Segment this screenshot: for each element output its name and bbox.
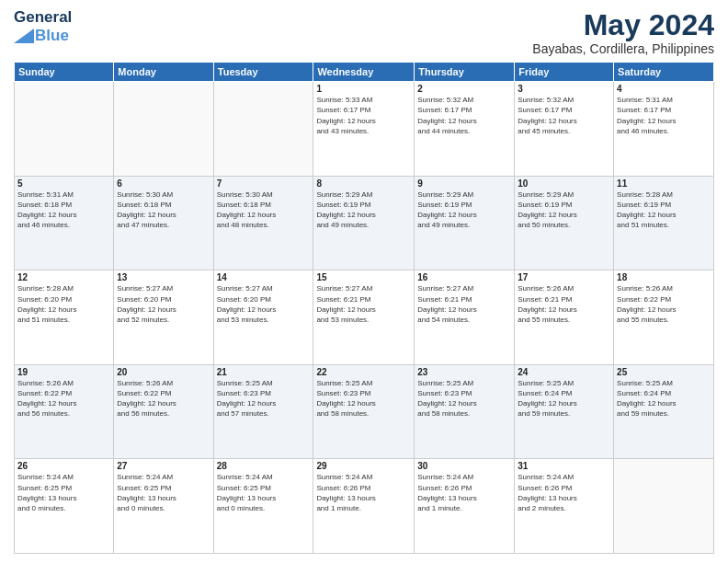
day-info: Sunrise: 5:31 AM Sunset: 6:17 PM Dayligh… — [617, 95, 711, 136]
day-info: Sunrise: 5:30 AM Sunset: 6:18 PM Dayligh… — [117, 190, 210, 231]
calendar-cell — [213, 82, 313, 177]
day-number: 28 — [217, 461, 311, 471]
day-number: 10 — [518, 178, 610, 189]
calendar-cell: 5Sunrise: 5:31 AM Sunset: 6:18 PM Daylig… — [15, 176, 114, 270]
day-number: 15 — [316, 272, 411, 282]
day-number: 1 — [316, 84, 411, 94]
weekday-header-thursday: Thursday — [415, 63, 515, 82]
weekday-header-monday: Monday — [114, 63, 213, 82]
day-info: Sunrise: 5:32 AM Sunset: 6:17 PM Dayligh… — [518, 95, 610, 136]
day-number: 30 — [417, 461, 511, 471]
calendar-cell: 28Sunrise: 5:24 AM Sunset: 6:25 PM Dayli… — [213, 459, 313, 554]
day-number: 18 — [617, 272, 711, 282]
day-number: 2 — [417, 84, 511, 94]
calendar-cell: 6Sunrise: 5:30 AM Sunset: 6:18 PM Daylig… — [114, 176, 213, 270]
calendar-cell: 3Sunrise: 5:32 AM Sunset: 6:17 PM Daylig… — [515, 82, 614, 177]
header: General General General Blue May 2024 — [14, 9, 714, 56]
day-info: Sunrise: 5:27 AM Sunset: 6:21 PM Dayligh… — [417, 283, 511, 325]
day-number: 6 — [117, 178, 210, 189]
day-info: Sunrise: 5:29 AM Sunset: 6:19 PM Dayligh… — [316, 190, 411, 231]
day-info: Sunrise: 5:32 AM Sunset: 6:17 PM Dayligh… — [417, 95, 511, 136]
day-number: 3 — [518, 84, 610, 94]
day-info: Sunrise: 5:25 AM Sunset: 6:23 PM Dayligh… — [316, 378, 411, 419]
logo-blue: Blue — [35, 27, 69, 45]
calendar-cell: 1Sunrise: 5:33 AM Sunset: 6:17 PM Daylig… — [313, 82, 415, 177]
calendar-cell: 12Sunrise: 5:28 AM Sunset: 6:20 PM Dayli… — [15, 270, 114, 365]
day-number: 25 — [617, 367, 711, 377]
calendar-cell: 23Sunrise: 5:25 AM Sunset: 6:23 PM Dayli… — [415, 364, 515, 459]
calendar-cell: 16Sunrise: 5:27 AM Sunset: 6:21 PM Dayli… — [415, 270, 515, 365]
calendar-cell: 24Sunrise: 5:25 AM Sunset: 6:24 PM Dayli… — [515, 364, 614, 459]
day-info: Sunrise: 5:25 AM Sunset: 6:24 PM Dayligh… — [617, 378, 711, 419]
calendar-cell: 11Sunrise: 5:28 AM Sunset: 6:19 PM Dayli… — [614, 176, 714, 270]
day-number: 17 — [518, 272, 610, 282]
day-info: Sunrise: 5:26 AM Sunset: 6:21 PM Dayligh… — [518, 283, 610, 325]
day-info: Sunrise: 5:31 AM Sunset: 6:18 PM Dayligh… — [17, 190, 110, 231]
day-number: 29 — [316, 461, 411, 471]
day-info: Sunrise: 5:26 AM Sunset: 6:22 PM Dayligh… — [17, 378, 110, 419]
title-area: May 2024 Bayabas, Cordillera, Philippine… — [532, 9, 714, 56]
day-info: Sunrise: 5:29 AM Sunset: 6:19 PM Dayligh… — [518, 190, 610, 231]
day-number: 22 — [316, 367, 411, 377]
logo-triangle-icon — [14, 29, 34, 43]
calendar-cell: 31Sunrise: 5:24 AM Sunset: 6:26 PM Dayli… — [515, 459, 614, 554]
calendar-cell: 15Sunrise: 5:27 AM Sunset: 6:21 PM Dayli… — [313, 270, 415, 365]
day-info: Sunrise: 5:27 AM Sunset: 6:20 PM Dayligh… — [217, 283, 311, 325]
day-number: 5 — [17, 178, 110, 189]
calendar-cell: 4Sunrise: 5:31 AM Sunset: 6:17 PM Daylig… — [614, 82, 714, 177]
calendar-cell: 2Sunrise: 5:32 AM Sunset: 6:17 PM Daylig… — [415, 82, 515, 177]
day-info: Sunrise: 5:27 AM Sunset: 6:20 PM Dayligh… — [117, 283, 210, 325]
weekday-header-tuesday: Tuesday — [213, 63, 313, 82]
weekday-header-wednesday: Wednesday — [313, 63, 415, 82]
calendar-cell: 21Sunrise: 5:25 AM Sunset: 6:23 PM Dayli… — [213, 364, 313, 459]
day-number: 31 — [518, 461, 610, 471]
day-number: 23 — [417, 367, 511, 377]
location-title: Bayabas, Cordillera, Philippines — [532, 41, 714, 56]
day-info: Sunrise: 5:30 AM Sunset: 6:18 PM Dayligh… — [217, 190, 311, 231]
calendar-cell: 19Sunrise: 5:26 AM Sunset: 6:22 PM Dayli… — [15, 364, 114, 459]
day-number: 24 — [518, 367, 610, 377]
day-info: Sunrise: 5:28 AM Sunset: 6:19 PM Dayligh… — [617, 190, 711, 231]
day-number: 7 — [217, 178, 311, 189]
logo-general: General — [14, 9, 72, 27]
calendar-table: SundayMondayTuesdayWednesdayThursdayFrid… — [14, 62, 714, 554]
calendar-cell: 27Sunrise: 5:24 AM Sunset: 6:25 PM Dayli… — [114, 459, 213, 554]
calendar-cell: 9Sunrise: 5:29 AM Sunset: 6:19 PM Daylig… — [415, 176, 515, 270]
calendar-week-row: 5Sunrise: 5:31 AM Sunset: 6:18 PM Daylig… — [15, 176, 714, 270]
calendar-cell: 29Sunrise: 5:24 AM Sunset: 6:26 PM Dayli… — [313, 459, 415, 554]
day-info: Sunrise: 5:24 AM Sunset: 6:25 PM Dayligh… — [117, 472, 210, 513]
calendar-header: SundayMondayTuesdayWednesdayThursdayFrid… — [15, 63, 714, 82]
day-info: Sunrise: 5:24 AM Sunset: 6:26 PM Dayligh… — [518, 472, 610, 513]
weekday-header-saturday: Saturday — [614, 63, 714, 82]
calendar-cell: 7Sunrise: 5:30 AM Sunset: 6:18 PM Daylig… — [213, 176, 313, 270]
day-info: Sunrise: 5:25 AM Sunset: 6:23 PM Dayligh… — [217, 378, 311, 419]
calendar-cell: 20Sunrise: 5:26 AM Sunset: 6:22 PM Dayli… — [114, 364, 213, 459]
day-number: 9 — [417, 178, 511, 189]
weekday-header-friday: Friday — [515, 63, 614, 82]
day-info: Sunrise: 5:29 AM Sunset: 6:19 PM Dayligh… — [417, 190, 511, 231]
day-number: 12 — [17, 272, 110, 282]
day-info: Sunrise: 5:26 AM Sunset: 6:22 PM Dayligh… — [117, 378, 210, 419]
day-info: Sunrise: 5:28 AM Sunset: 6:20 PM Dayligh… — [17, 283, 110, 325]
calendar-cell: 17Sunrise: 5:26 AM Sunset: 6:21 PM Dayli… — [515, 270, 614, 365]
day-info: Sunrise: 5:25 AM Sunset: 6:24 PM Dayligh… — [518, 378, 610, 419]
calendar-week-row: 19Sunrise: 5:26 AM Sunset: 6:22 PM Dayli… — [15, 364, 714, 459]
month-title: May 2024 — [532, 9, 714, 41]
day-number: 14 — [217, 272, 311, 282]
calendar-cell — [114, 82, 213, 177]
calendar-cell: 26Sunrise: 5:24 AM Sunset: 6:25 PM Dayli… — [15, 459, 114, 554]
day-number: 8 — [316, 178, 411, 189]
calendar-cell: 10Sunrise: 5:29 AM Sunset: 6:19 PM Dayli… — [515, 176, 614, 270]
calendar-week-row: 1Sunrise: 5:33 AM Sunset: 6:17 PM Daylig… — [15, 82, 714, 177]
calendar-cell: 22Sunrise: 5:25 AM Sunset: 6:23 PM Dayli… — [313, 364, 415, 459]
day-info: Sunrise: 5:25 AM Sunset: 6:23 PM Dayligh… — [417, 378, 511, 419]
page: General General General Blue May 2024 — [0, 0, 728, 563]
day-number: 27 — [117, 461, 210, 471]
day-number: 26 — [17, 461, 110, 471]
calendar-cell — [614, 459, 714, 554]
calendar-week-row: 12Sunrise: 5:28 AM Sunset: 6:20 PM Dayli… — [15, 270, 714, 365]
logo: General General General Blue — [14, 9, 72, 45]
day-number: 13 — [117, 272, 210, 282]
weekday-row: SundayMondayTuesdayWednesdayThursdayFrid… — [15, 63, 714, 82]
svg-marker-2 — [14, 29, 34, 43]
